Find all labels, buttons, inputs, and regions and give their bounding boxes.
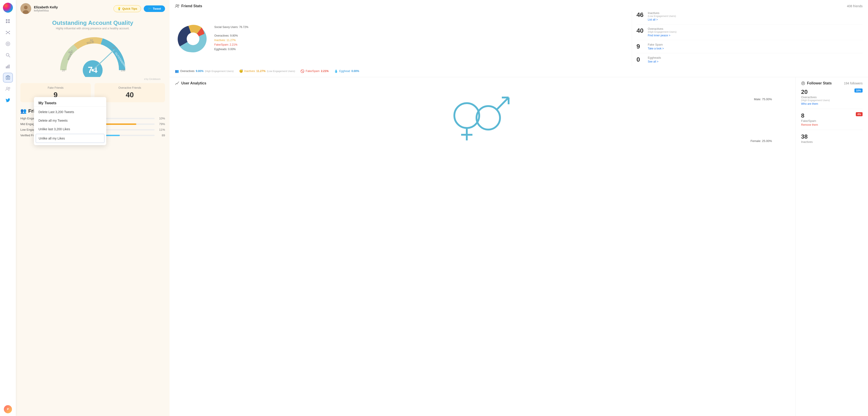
follower-fakespam-link[interactable]: Remove them xyxy=(801,123,818,127)
score-section: Outstanding Account Quality Highly influ… xyxy=(16,17,169,80)
svg-rect-19 xyxy=(7,65,8,68)
footer-egghead: 💧 Egghead 0.00% xyxy=(334,69,359,73)
inactives-pct: 11.27% xyxy=(256,70,266,73)
user-handle: kellybethlisa xyxy=(34,9,111,12)
analytics-icon xyxy=(175,81,180,85)
dropdown-item-0[interactable]: Delete Last 3,200 Tweets xyxy=(34,108,106,116)
sidebar-item-twitter[interactable] xyxy=(3,95,13,105)
eggheads-link[interactable]: See all > xyxy=(648,60,658,63)
fake-friends-label: Fake Friends xyxy=(24,86,87,90)
sidebar-item-delete[interactable] xyxy=(3,73,13,82)
footer-overactives: 👥 Overactives 9.80% (High Engagement Use… xyxy=(175,69,234,73)
eggheads-num: 0 xyxy=(637,56,646,63)
footer-inactives: 😴 Inactives 11.27% (Low Engagement Users… xyxy=(239,69,295,73)
pie-labels: Social Savvy Users: 76.72% Overactives: … xyxy=(214,26,248,52)
dropdown-title: My Tweets xyxy=(34,99,106,107)
follower-overactives-pct: 10% xyxy=(855,89,863,93)
inactives-link[interactable]: List all > xyxy=(648,18,658,21)
sidebar-item-analytics[interactable] xyxy=(3,61,13,71)
svg-rect-2 xyxy=(6,22,7,23)
fakespam-num: 9 xyxy=(637,43,646,50)
user-analytics-header: User Analytics xyxy=(175,81,790,85)
overactive-friends-label: Overactive Friends xyxy=(98,86,161,90)
svg-rect-3 xyxy=(8,22,10,23)
fakespam-link[interactable]: Take a look > xyxy=(648,47,664,50)
sidebar-item-network[interactable] xyxy=(3,28,13,37)
user-header: Elizabeth Kelly kellybethlisa 💡 Quick Ti… xyxy=(16,0,169,17)
dropdown-item-1[interactable]: Delete all my Tweets xyxy=(34,116,106,125)
dropdown-item-2[interactable]: Unlike last 3,200 Likes xyxy=(34,125,106,133)
svg-text:60: 60 xyxy=(90,39,93,42)
svg-point-30 xyxy=(24,6,28,9)
gauge-svg: MODEST SOLID OUTSTANDING 20 40 60 80 100… xyxy=(52,32,133,77)
friend-stat-pct: 79% xyxy=(157,122,165,126)
twitter-icon: 🐦 xyxy=(148,7,151,10)
lightbulb-icon: 💡 xyxy=(117,7,121,10)
follower-inactives-left: 38 Inactives xyxy=(801,133,813,144)
stat-eggheads: 0 Eggheads See all > xyxy=(637,56,863,66)
svg-line-42 xyxy=(93,50,114,70)
friend-stats-footer: 👥 Overactives 9.80% (High Engagement Use… xyxy=(175,69,863,73)
sidebar-item-dashboard[interactable] xyxy=(3,16,13,26)
powered-by: d by Circleboom xyxy=(20,78,165,80)
svg-point-56 xyxy=(803,82,804,83)
my-tweets-dropdown: My Tweets Delete Last 3,200 Tweets Delet… xyxy=(34,97,106,145)
inactives-num: 46 xyxy=(637,11,646,19)
friend-stats-content: Social Savvy Users: 76.72% Overactives: … xyxy=(175,11,863,66)
pie-label-eggheads: Eggheads: 0.00% xyxy=(214,48,248,51)
fakespam-icon: 🚫 xyxy=(301,69,304,73)
fakespam-pct: 2.21% xyxy=(321,70,329,73)
sidebar-item-friends[interactable] xyxy=(3,84,13,94)
friend-stat-pct: 10% xyxy=(157,117,165,120)
friend-stats-panel: Friend Stats 408 friends xyxy=(169,0,868,77)
overactives-link[interactable]: Find inner peace > xyxy=(648,34,671,37)
svg-line-52 xyxy=(497,98,508,109)
svg-rect-20 xyxy=(8,65,9,68)
svg-text:20: 20 xyxy=(62,69,65,72)
svg-point-15 xyxy=(7,43,8,44)
follower-stat-fakespam: 8 Fake/Spam Remove them 4% xyxy=(801,112,863,130)
follower-overactives-left: 20 Overactives (High Engagement Users) W… xyxy=(801,89,830,106)
sidebar-bottom: P xyxy=(4,405,12,413)
overactives-num: 40 xyxy=(637,27,646,34)
svg-text:80: 80 xyxy=(113,46,116,49)
user-analytics-panel: User Analytics xyxy=(169,77,796,416)
svg-rect-18 xyxy=(6,66,7,68)
bottom-row: User Analytics xyxy=(169,77,868,416)
follower-stat-overactives: 20 Overactives (High Engagement Users) W… xyxy=(801,89,863,109)
stat-overactives: 40 Overactives (High Engagement Users) F… xyxy=(637,27,863,40)
svg-text:100: 100 xyxy=(121,69,125,72)
stat-fakespam: 9 Fake Spam Take a look > xyxy=(637,43,863,53)
pie-label-fakespam: Fake/Spam: 2.21% xyxy=(214,43,248,46)
friend-stats-title: Friend Stats xyxy=(175,4,202,8)
sidebar-item-search[interactable] xyxy=(3,50,13,60)
svg-point-27 xyxy=(6,87,8,89)
user-avatar-small[interactable]: P xyxy=(4,405,12,413)
tweet-button[interactable]: 🐦 Tweet xyxy=(144,5,165,12)
svg-point-48 xyxy=(454,103,479,128)
footer-fakespam: 🚫 Fake/Spam 2.21% xyxy=(301,69,329,73)
follower-fakespam-left: 8 Fake/Spam Remove them xyxy=(801,112,818,127)
friend-stat-pct: 11% xyxy=(157,128,165,131)
follower-inactives-label: Inactives xyxy=(801,140,813,144)
friends-stats-icon xyxy=(175,4,180,8)
follower-icon xyxy=(801,81,805,85)
egghead-pct: 0.00% xyxy=(351,70,359,73)
svg-line-17 xyxy=(8,56,10,57)
friend-stat-pct: 89 xyxy=(157,134,165,137)
follower-overactives-link[interactable]: Who are them xyxy=(801,102,818,105)
gender-visual: Male: 75.00% Female: 25.00% xyxy=(175,89,790,147)
sidebar-item-target[interactable] xyxy=(3,39,13,49)
follower-fakespam-label: Fake/Spam xyxy=(801,119,818,123)
inactives-sub: (Low Engagement Users) xyxy=(648,15,676,18)
app-logo xyxy=(3,3,13,13)
follower-overactives-num: 20 xyxy=(801,89,830,96)
friend-stats-count: 408 friends xyxy=(847,4,863,8)
quick-tips-button[interactable]: 💡 Quick Tips xyxy=(114,5,141,12)
follower-overactives-label: Overactives xyxy=(801,96,830,99)
follower-overactives-sub: (High Engagement Users) xyxy=(801,99,830,102)
follower-fakespam-num: 8 xyxy=(801,112,818,119)
dropdown-item-3[interactable]: Unlike all my Likes xyxy=(36,134,104,143)
main-content: Elizabeth Kelly kellybethlisa 💡 Quick Ti… xyxy=(16,0,868,416)
stat-inactives: 46 Inactives (Low Engagement Users) List… xyxy=(637,11,863,24)
